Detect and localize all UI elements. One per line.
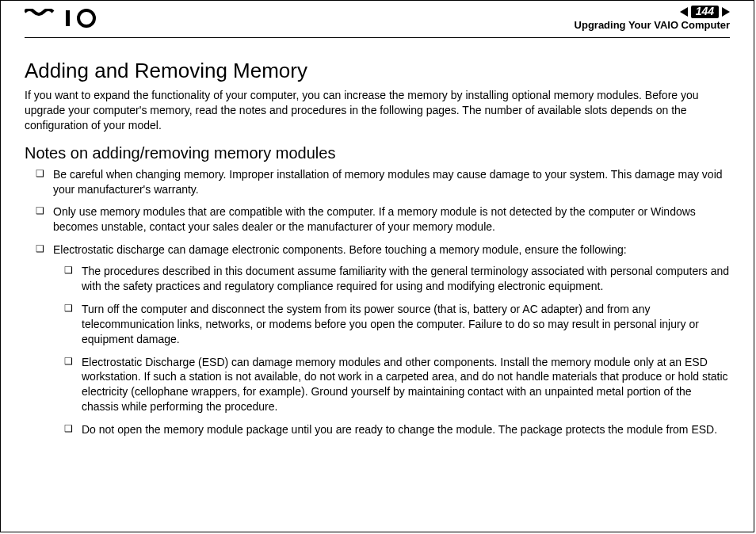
list-item-text: Electrostatic discharge can damage elect… bbox=[53, 243, 627, 256]
page-header: 144 Upgrading Your VAIO Computer bbox=[25, 1, 730, 36]
svg-rect-0 bbox=[66, 10, 70, 26]
intro-paragraph: If you want to expand the functionality … bbox=[25, 88, 730, 133]
list-item: Electrostatic Discharge (ESD) can damage… bbox=[53, 355, 730, 415]
prev-page-arrow-icon[interactable] bbox=[680, 7, 688, 17]
page-number: 144 bbox=[691, 6, 719, 17]
list-item: Do not open the memory module package un… bbox=[53, 422, 730, 437]
list-item: Electrostatic discharge can damage elect… bbox=[25, 242, 730, 437]
section-title: Upgrading Your VAIO Computer bbox=[575, 20, 730, 31]
list-item: Only use memory modules that are compati… bbox=[25, 204, 730, 235]
svg-point-1 bbox=[78, 10, 94, 26]
list-item: Be careful when changing memory. Imprope… bbox=[25, 167, 730, 197]
page-frame: 144 Upgrading Your VAIO Computer Adding … bbox=[0, 0, 754, 532]
page-navigator: 144 bbox=[575, 6, 730, 17]
subsection-title: Notes on adding/removing memory modules bbox=[25, 144, 730, 162]
page-title: Adding and Removing Memory bbox=[25, 59, 730, 83]
next-page-arrow-icon[interactable] bbox=[722, 7, 730, 17]
vaio-logo-icon bbox=[25, 9, 112, 28]
notes-list: Be careful when changing memory. Imprope… bbox=[25, 167, 730, 437]
header-rule bbox=[25, 37, 730, 38]
notes-sublist: The procedures described in this documen… bbox=[53, 264, 730, 437]
list-item: The procedures described in this documen… bbox=[53, 264, 730, 294]
header-right: 144 Upgrading Your VAIO Computer bbox=[575, 6, 730, 31]
list-item: Turn off the computer and disconnect the… bbox=[53, 302, 730, 347]
